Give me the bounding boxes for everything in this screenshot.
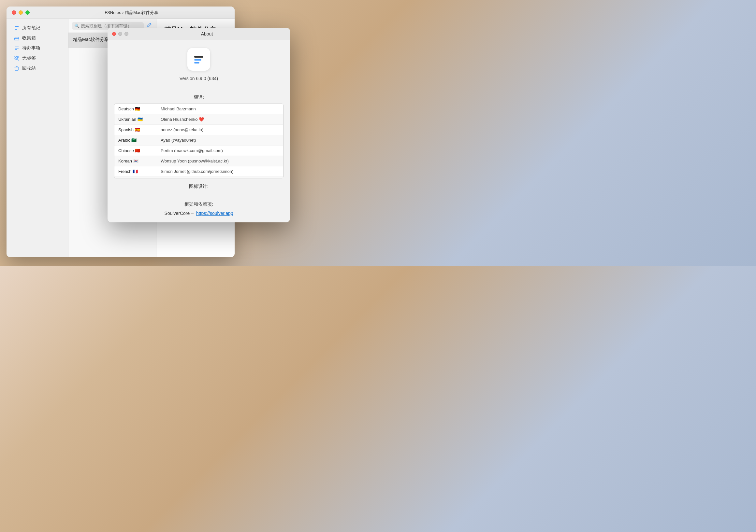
translation-row-arabic: Arabic 🇸🇦 Ayad (@ayad0net) (114, 135, 283, 145)
svg-point-7 (17, 57, 18, 58)
lang-deutsch: Deutsch 🇩🇪 (118, 107, 161, 111)
about-dialog: About Version 6.9.0 (634) 翻译: Deutsch 🇩🇪… (108, 28, 290, 222)
about-maximize-button[interactable] (124, 32, 128, 36)
soulvercore-text: SoulverCore – (164, 211, 194, 216)
svg-rect-14 (194, 56, 203, 58)
sidebar-label-todo: 待办事项 (22, 45, 40, 51)
svg-rect-3 (14, 38, 19, 40)
app-icon (187, 48, 210, 71)
about-title: About (128, 31, 285, 37)
translation-row-chinese: Chinese 🇨🇳 Pertim (macwk.com@gmail.com) (114, 145, 283, 156)
frameworks-label: 框架和依赖项: (184, 202, 213, 207)
trash-icon (14, 65, 19, 71)
lang-french: French 🇫🇷 (118, 169, 161, 174)
translations-label: 翻译: (194, 94, 204, 100)
sidebar-label-no-tags: 无标签 (22, 55, 36, 61)
translator-chinese: Pertim (macwk.com@gmail.com) (161, 148, 223, 153)
translation-row-dutch: Dutch 🇳🇱 Chris Hendriks (github.com/olik… (114, 177, 283, 178)
sidebar-item-trash[interactable]: 回收站 (9, 63, 66, 73)
translations-container[interactable]: Deutsch 🇩🇪 Michael Barzmann Ukrainian 🇺🇦… (114, 104, 284, 178)
lang-korean: Korean 🇰🇷 (118, 159, 161, 164)
translation-row-french: French 🇫🇷 Simon Jornet (github.com/jorne… (114, 166, 283, 177)
title-bar: FSNotes › 精品Mac软件分享 (7, 7, 235, 19)
window-title: FSNotes › 精品Mac软件分享 (34, 10, 230, 16)
svg-rect-2 (15, 29, 17, 30)
translator-french: Simon Jornet (github.com/jornetsimon) (161, 169, 233, 174)
notes-icon (14, 25, 19, 31)
sidebar-label-all-notes: 所有笔记 (22, 25, 40, 31)
sidebar-item-no-tags[interactable]: 无标签 (9, 53, 66, 63)
svg-rect-1 (15, 28, 18, 28)
lang-arabic: Arabic 🇸🇦 (118, 138, 161, 142)
translation-row-spanish: Spanish 🇪🇸 aonez (aone@keka.io) (114, 125, 283, 135)
framework-row: SoulverCore – https://soulver.app (164, 211, 233, 216)
sidebar-item-todo[interactable]: 待办事项 (9, 43, 66, 53)
soulvercore-link[interactable]: https://soulver.app (196, 211, 233, 216)
translation-row-deutsch: Deutsch 🇩🇪 Michael Barzmann (114, 104, 283, 114)
about-minimize-button[interactable] (118, 32, 122, 36)
svg-rect-9 (15, 67, 18, 70)
traffic-lights (12, 11, 30, 15)
translator-deutsch: Michael Barzmann (161, 107, 196, 111)
sidebar-label-inbox: 收集箱 (22, 35, 36, 41)
search-icon: 🔍 (74, 23, 79, 28)
list-icon (14, 45, 19, 51)
icon-design-label: 图标设计: (189, 184, 208, 190)
about-body: Version 6.9.0 (634) 翻译: Deutsch 🇩🇪 Micha… (108, 40, 290, 222)
translator-korean: Wonsup Yoon (pusnow@kaist.ac.kr) (161, 159, 229, 164)
about-close-button[interactable] (112, 32, 116, 36)
translation-row-ukrainian: Ukrainian 🇺🇦 Olena Hlushchenko ❤️ (114, 114, 283, 125)
bottom-divider (114, 196, 284, 196)
sidebar-label-trash: 回收站 (22, 65, 36, 71)
inbox-icon (14, 35, 19, 41)
translator-ukrainian: Olena Hlushchenko ❤️ (161, 117, 204, 122)
svg-rect-0 (15, 26, 18, 27)
about-traffic-lights (112, 32, 128, 36)
translator-arabic: Ayad (@ayad0net) (161, 138, 196, 142)
svg-rect-16 (194, 62, 200, 63)
lang-spanish: Spanish 🇪🇸 (118, 127, 161, 132)
minimize-button[interactable] (18, 11, 23, 15)
svg-rect-15 (194, 59, 202, 61)
translation-row-korean: Korean 🇰🇷 Wonsup Yoon (pusnow@kaist.ac.k… (114, 156, 283, 166)
sidebar: 所有笔记 收集箱 待办 (7, 19, 68, 257)
translator-spanish: aonez (aone@keka.io) (161, 127, 203, 132)
tag-icon (14, 55, 19, 61)
maximize-button[interactable] (25, 11, 30, 15)
sidebar-item-inbox[interactable]: 收集箱 (9, 33, 66, 43)
about-title-bar: About (108, 28, 290, 40)
sidebar-item-all-notes[interactable]: 所有笔记 (9, 23, 66, 33)
close-button[interactable] (12, 11, 16, 15)
lang-chinese: Chinese 🇨🇳 (118, 148, 161, 153)
lang-ukrainian: Ukrainian 🇺🇦 (118, 117, 161, 122)
version-text: Version 6.9.0 (634) (179, 76, 218, 81)
divider-top (114, 89, 284, 89)
note-item-title: 精品Mac软件分享 (73, 37, 109, 43)
